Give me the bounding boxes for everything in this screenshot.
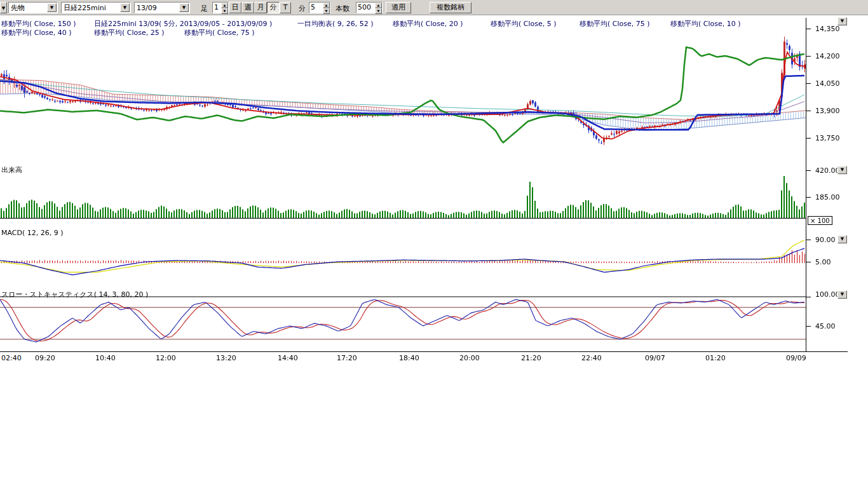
- time-axis-label: 09/07: [645, 354, 665, 362]
- legend-ma25: 移動平均( Close, 25 ): [94, 28, 165, 37]
- bar-count-stepper[interactable]: 500 ▲▼: [356, 2, 383, 13]
- timeframe-label: 足: [201, 4, 208, 13]
- period-tick-button[interactable]: T: [280, 2, 291, 13]
- legend-ma75b: 移動平均( Close, 75 ): [184, 28, 255, 37]
- spin-buttons[interactable]: ▲▼: [323, 3, 330, 13]
- spin-buttons[interactable]: ▲▼: [221, 3, 228, 13]
- time-axis-label: 01:20: [705, 354, 726, 362]
- macd-tick-label: 5.00: [815, 258, 831, 266]
- interval-value: 1: [213, 3, 221, 13]
- time-axis-label: 09:20: [35, 354, 55, 362]
- legend-ichimoku: 一目均衡表( 9, 26, 52 ): [297, 19, 374, 29]
- spinner-down-icon[interactable]: ▼: [323, 8, 330, 14]
- toolbar: ▼ 先物 ▼ 日経225mini ▼ 13/09 ▼ 足 1 ▲▼ 日 週 月 …: [0, 0, 868, 15]
- contract-month-select[interactable]: 13/09 ▼: [134, 2, 190, 13]
- edge-combo-chevron-down-icon[interactable]: ▼: [0, 2, 7, 13]
- volume-panel-title: 出来高: [1, 165, 22, 175]
- stoch-tick-label: 100.00: [815, 290, 840, 299]
- instrument-category-value: 先物: [9, 3, 46, 13]
- time-axis-label: 09/09: [786, 354, 806, 362]
- volume-chart-canvas[interactable]: [0, 164, 806, 219]
- macd-panel-title: MACD( 12, 26, 9 ): [1, 229, 64, 237]
- legend-ma40: 移動平均( Close, 40 ): [1, 28, 72, 37]
- bar-count-label: 本数: [336, 4, 349, 13]
- axis-tick: [806, 56, 811, 57]
- contract-month-value: 13/09: [135, 4, 179, 12]
- macd-chart-canvas[interactable]: [0, 227, 806, 283]
- minute-value: 5: [309, 3, 323, 13]
- legend-ma75: 移動平均( Close, 75 ): [580, 19, 650, 29]
- period-day-button[interactable]: 日: [229, 2, 241, 13]
- time-axis-label: 10:40: [95, 354, 116, 362]
- time-axis-label: 22:40: [581, 354, 602, 362]
- volume-panel-collapse-button[interactable]: ▼: [837, 166, 847, 174]
- stoch-panel-collapse-button[interactable]: ▼: [837, 290, 847, 299]
- price-tick-label: 14,350: [815, 25, 840, 33]
- time-axis-label: 18:40: [399, 354, 419, 362]
- time-axis-label: 02:40: [1, 354, 22, 362]
- axis-tick: [806, 170, 811, 171]
- legend-ma20: 移動平均( Close, 20 ): [393, 19, 463, 29]
- legend-symbol-title: 日経225mini 13/09( 5分, 2013/09/05 - 2013/0…: [94, 19, 272, 29]
- minute-stepper[interactable]: 5 ▲▼: [309, 2, 330, 13]
- chevron-down-icon[interactable]: ▼: [120, 3, 130, 12]
- period-minute-button[interactable]: 分: [267, 2, 280, 13]
- time-axis-label: 14:40: [278, 354, 298, 362]
- legend-ma5: 移動平均( Close, 5 ): [491, 19, 557, 29]
- price-chart-canvas[interactable]: [0, 18, 806, 164]
- axis-tick: [806, 138, 811, 139]
- chevron-down-icon[interactable]: ▼: [179, 3, 189, 12]
- spinner-up-icon[interactable]: ▲: [323, 3, 330, 8]
- axis-tick: [806, 240, 811, 240]
- spinner-up-icon[interactable]: ▲: [221, 3, 228, 8]
- symbol-select[interactable]: 日経225mini ▼: [61, 2, 131, 13]
- minute-label: 分: [299, 4, 306, 13]
- stoch-tick-label: 45.00: [815, 322, 836, 330]
- axis-tick: [806, 297, 811, 297]
- spin-buttons[interactable]: ▲▼: [375, 3, 382, 13]
- price-tick-label: 14,200: [815, 52, 840, 60]
- stoch-panel-title: スロー・ストキャスティクス( 14, 3, 80, 20 ): [1, 290, 148, 299]
- time-axis-label: 20:00: [459, 354, 480, 362]
- instrument-category-select[interactable]: 先物 ▼: [8, 2, 58, 13]
- legend-ma10: 移動平均( Close, 10 ): [670, 19, 741, 29]
- period-month-button[interactable]: 月: [254, 2, 267, 13]
- axis-tick: [806, 262, 811, 262]
- time-axis-label: 12:00: [156, 354, 176, 362]
- price-tick-label: 13,900: [815, 107, 840, 115]
- time-axis-line: [0, 351, 848, 352]
- axis-tick: [806, 83, 811, 84]
- time-axis-label: 17:20: [337, 354, 357, 362]
- spinner-up-icon[interactable]: ▲: [375, 3, 382, 8]
- price-panel-collapse-button[interactable]: ▼: [837, 17, 847, 25]
- symbol-value: 日経225mini: [62, 3, 119, 13]
- chevron-down-icon[interactable]: ▼: [47, 3, 57, 12]
- macd-tick-label: 90.00: [815, 236, 836, 244]
- axis-tick: [806, 29, 811, 29]
- price-tick-label: 14,050: [815, 79, 840, 88]
- volume-tick-label: 185.00: [815, 193, 840, 201]
- macd-panel-collapse-button[interactable]: ▼: [837, 235, 847, 243]
- volume-tick-label: 420.00: [815, 166, 840, 175]
- price-axis-line: [806, 18, 806, 351]
- spinner-down-icon[interactable]: ▼: [375, 8, 382, 14]
- multi-symbol-button[interactable]: 複数銘柄: [430, 2, 471, 13]
- trading-chart-app: ▼ 先物 ▼ 日経225mini ▼ 13/09 ▼ 足 1 ▲▼ 日 週 月 …: [0, 0, 868, 488]
- spinner-down-icon[interactable]: ▼: [221, 8, 228, 14]
- volume-multiplier-badge: × 100: [808, 216, 832, 225]
- period-week-button[interactable]: 週: [241, 2, 254, 13]
- axis-tick: [806, 326, 811, 327]
- legend-ma150: 移動平均( Close, 150 ): [1, 19, 76, 29]
- bar-count-value: 500: [356, 3, 375, 13]
- axis-tick: [806, 197, 811, 198]
- price-tick-label: 13,750: [815, 134, 840, 142]
- interval-stepper[interactable]: 1 ▲▼: [212, 2, 229, 13]
- apply-button[interactable]: 適用: [386, 2, 411, 13]
- time-axis-label: 21:20: [521, 354, 541, 362]
- time-axis-label: 13:20: [216, 354, 236, 362]
- axis-tick: [806, 111, 811, 111]
